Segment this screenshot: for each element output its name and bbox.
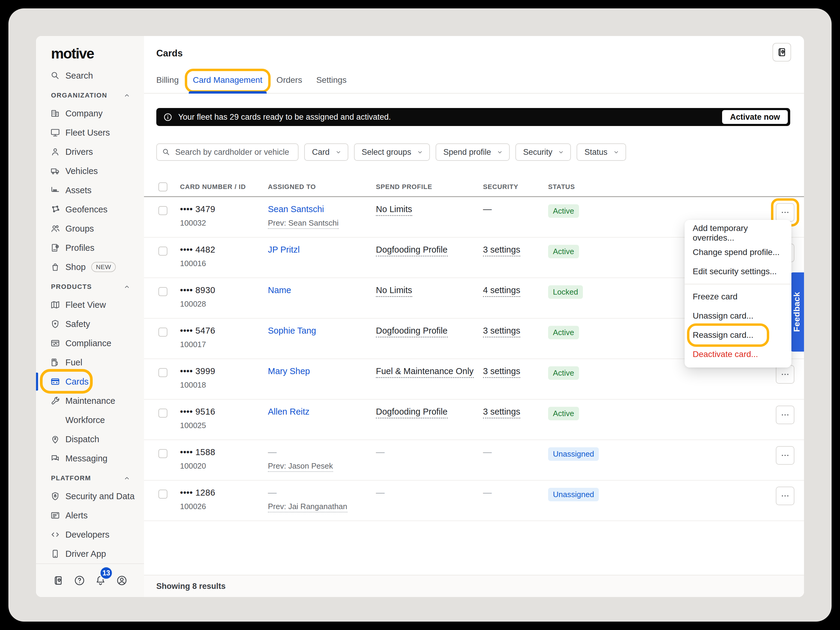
section-header-organization[interactable]: ORGANIZATION [36, 87, 144, 104]
sidebar-item-compliance[interactable]: Compliance [36, 333, 144, 353]
sidebar-item-groups[interactable]: Groups [36, 219, 144, 238]
tab-label: Billing [156, 75, 179, 85]
sidebar-item-drivers[interactable]: Drivers [36, 142, 144, 161]
chevron-up-icon [123, 474, 131, 482]
filter-dropdown-status[interactable]: Status [576, 144, 626, 161]
table-row: •••• 1588100020—Prev: Jason Pesek——Unass… [144, 440, 804, 481]
sidebar-item-fleet-users[interactable]: Fleet Users [36, 123, 144, 142]
notifications-button[interactable]: 13 [95, 575, 106, 586]
row-checkbox[interactable] [158, 328, 167, 336]
security-settings-link[interactable]: 3 settings [483, 245, 520, 256]
spend-profile-link[interactable]: Dogfooding Profile [376, 245, 448, 256]
screen: motive Search ORGANIZATIONCompanyFleet U… [0, 0, 840, 630]
safety-icon [50, 319, 60, 329]
security-settings-link[interactable]: 3 settings [483, 407, 520, 418]
menu-item-freeze-card[interactable]: Freeze card [685, 287, 791, 306]
security-settings-link[interactable]: 3 settings [483, 366, 520, 378]
menu-divider [685, 284, 791, 284]
sidebar-item-messaging[interactable]: Messaging [36, 449, 144, 468]
filter-dropdown-spend-profile[interactable]: Spend profile [436, 144, 510, 161]
section-header-platform[interactable]: PLATFORM [36, 470, 144, 486]
filter-dropdown-card[interactable]: Card [304, 144, 348, 161]
menu-item-edit-security-settings[interactable]: Edit security settings... [685, 262, 791, 281]
spend-profile-link[interactable]: No Limits [376, 285, 412, 297]
tab-card-management[interactable]: Card Management [193, 67, 262, 93]
row-actions-button[interactable] [776, 406, 794, 424]
tab-settings[interactable]: Settings [316, 67, 346, 93]
menu-item-add-temporary-overrides[interactable]: Add temporary overrides... [685, 224, 791, 243]
previous-cardholder[interactable]: Prev: Sean Santschi [268, 218, 339, 229]
assigned-to-link[interactable]: Sophie Tang [268, 326, 316, 336]
assigned-to-link[interactable]: Allen Reitz [268, 407, 309, 417]
card-id: 100028 [180, 299, 268, 309]
status-badge: Unassigned [548, 447, 599, 461]
row-checkbox[interactable] [158, 246, 167, 256]
sidebar-item-safety[interactable]: Safety [36, 314, 144, 333]
sidebar-item-driver-app[interactable]: Driver App [36, 544, 144, 564]
menu-item-deactivate-card[interactable]: Deactivate card... [685, 345, 791, 364]
assigned-to-link[interactable]: Sean Santschi [268, 204, 324, 214]
row-checkbox[interactable] [158, 206, 167, 215]
activate-now-button[interactable]: Activate now [722, 110, 788, 124]
menu-item-change-spend-profile[interactable]: Change spend profile... [685, 243, 791, 262]
sidebar-item-security-and-data[interactable]: Security and Data [36, 486, 144, 506]
groups-icon [50, 224, 60, 234]
row-checkbox[interactable] [158, 368, 167, 377]
sidebar-item-alerts[interactable]: Alerts [36, 506, 144, 525]
help-icon[interactable] [74, 575, 85, 586]
row-checkbox[interactable] [158, 287, 167, 296]
filter-dropdown-select-groups[interactable]: Select groups [354, 144, 430, 161]
sidebar-item-assets[interactable]: Assets [36, 181, 144, 200]
row-actions-button[interactable] [776, 486, 794, 505]
row-checkbox[interactable] [158, 449, 167, 458]
menu-item-label: Unassign card... [693, 311, 753, 321]
security-settings-link[interactable]: 3 settings [483, 326, 520, 338]
sidebar-item-dispatch[interactable]: Dispatch [36, 429, 144, 449]
previous-cardholder[interactable]: Prev: Jai Ranganathan [268, 502, 347, 512]
sidebar-item-search[interactable]: Search [36, 66, 144, 85]
status-badge: Active [548, 204, 579, 218]
feedback-tab[interactable]: Feedback [789, 272, 804, 352]
sidebar-item-fleet-view[interactable]: Fleet View [36, 295, 144, 314]
tab-orders[interactable]: Orders [276, 67, 302, 93]
sidebar-item-workforce[interactable]: Workforce [36, 411, 144, 429]
sidebar-item-company[interactable]: Company [36, 104, 144, 123]
row-actions-button[interactable] [776, 446, 794, 465]
guide-button[interactable] [772, 43, 791, 62]
card-number: •••• 8930 [180, 285, 268, 295]
sidebar-item-fuel[interactable]: Fuel [36, 353, 144, 372]
previous-cardholder[interactable]: Prev: Jason Pesek [268, 461, 333, 472]
assigned-to-link[interactable]: Mary Shep [268, 366, 310, 376]
spend-profile-link[interactable]: Dogfooding Profile [376, 407, 448, 418]
sidebar-item-cards[interactable]: Cards [36, 372, 144, 391]
tab-billing[interactable]: Billing [156, 67, 179, 93]
assigned-to-link[interactable]: Name [268, 285, 291, 295]
spend-profile-link[interactable]: No Limits [376, 204, 412, 216]
row-actions-button[interactable] [776, 203, 794, 222]
security-empty: — [483, 447, 492, 457]
sidebar-item-shop[interactable]: ShopNEW [36, 257, 144, 276]
card-id: 100020 [180, 461, 268, 471]
menu-item-unassign-card[interactable]: Unassign card... [685, 306, 791, 325]
select-all-checkbox[interactable] [158, 182, 167, 191]
row-checkbox[interactable] [158, 489, 167, 499]
filter-dropdown-security[interactable]: Security [515, 144, 571, 161]
menu-item-reassign-card[interactable]: Reassign card... [685, 325, 791, 345]
sidebar-item-geofences[interactable]: Geofences [36, 200, 144, 219]
row-checkbox[interactable] [158, 409, 167, 418]
sidebar-item-maintenance[interactable]: Maintenance [36, 391, 144, 411]
search-icon [162, 148, 171, 156]
row-actions-button[interactable] [776, 365, 794, 384]
sidebar-item-vehicles[interactable]: Vehicles [36, 161, 144, 181]
section-header-products[interactable]: PRODUCTS [36, 278, 144, 295]
assigned-to-link[interactable]: JP Pritzl [268, 245, 300, 255]
search-input[interactable] [175, 147, 293, 157]
spend-profile-link[interactable]: Dogfooding Profile [376, 326, 448, 338]
security-settings-link[interactable]: 4 settings [483, 285, 520, 297]
spend-profile-link[interactable]: Fuel & Maintenance Only [376, 366, 474, 378]
guide-icon[interactable] [52, 575, 64, 586]
sidebar-item-profiles[interactable]: Profiles [36, 238, 144, 257]
sidebar-item-developers[interactable]: Developers [36, 525, 144, 544]
user-avatar-icon[interactable] [116, 575, 128, 586]
sidebar-item-label: Security and Data [65, 491, 135, 501]
